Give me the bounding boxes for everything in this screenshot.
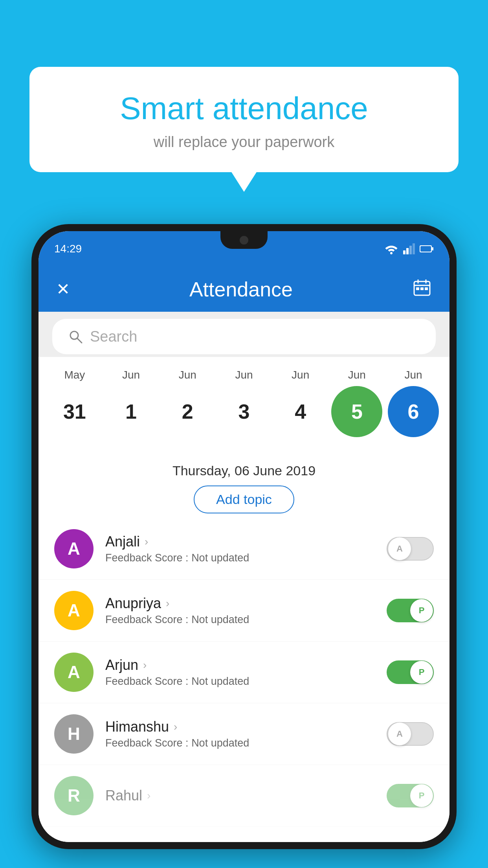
- student-item-extra[interactable]: R Rahul › P: [39, 765, 449, 827]
- svg-rect-11: [416, 287, 419, 290]
- avatar-anjali: A: [54, 529, 94, 568]
- cal-date-4[interactable]: 4: [275, 386, 326, 437]
- svg-rect-12: [420, 287, 424, 290]
- svg-rect-1: [406, 248, 409, 254]
- student-item-anupriya[interactable]: A Anupriya › Feedback Score : Not update…: [39, 580, 449, 642]
- student-name-anjali: Anjali ›: [105, 533, 375, 550]
- svg-rect-13: [425, 287, 428, 290]
- student-feedback-anjali: Feedback Score : Not updated: [105, 552, 375, 564]
- search-container: Search: [39, 312, 449, 361]
- calendar-strip: May Jun Jun Jun Jun Jun Jun 31 1 2 3 4 5…: [39, 357, 449, 445]
- notch-cutout: [220, 231, 268, 249]
- calendar-dates: 31 1 2 3 4 5 6: [46, 386, 442, 437]
- student-item-himanshu[interactable]: H Himanshu › Feedback Score : Not update…: [39, 703, 449, 765]
- student-feedback-himanshu: Feedback Score : Not updated: [105, 737, 375, 749]
- battery-icon: [420, 245, 434, 253]
- app-header: ✕ Attendance: [39, 267, 449, 312]
- toggle-anupriya[interactable]: P: [387, 599, 434, 622]
- bubble-subtitle: will replace your paperwork: [49, 134, 439, 151]
- status-icons: [384, 243, 434, 254]
- toggle-himanshu[interactable]: A: [387, 722, 434, 746]
- month-6: Jun: [388, 369, 439, 381]
- cal-date-3[interactable]: 3: [218, 386, 270, 437]
- cal-date-31[interactable]: 31: [49, 386, 100, 437]
- speech-bubble: Smart attendance will replace your paper…: [29, 67, 459, 172]
- student-info-anupriya: Anupriya › Feedback Score : Not updated: [105, 595, 375, 626]
- toggle-knob-arjun: P: [410, 661, 433, 684]
- toggle-knob-anjali: A: [388, 537, 411, 560]
- close-button[interactable]: ✕: [56, 280, 70, 299]
- toggle-knob-himanshu: A: [388, 723, 411, 745]
- month-1: Jun: [106, 369, 157, 381]
- status-time: 14:29: [54, 243, 82, 255]
- chevron-icon-himanshu: ›: [174, 721, 177, 733]
- student-info-anjali: Anjali › Feedback Score : Not updated: [105, 533, 375, 564]
- chevron-icon-arjun: ›: [143, 659, 147, 671]
- student-name-extra: Rahul ›: [105, 787, 375, 804]
- month-2: Jun: [162, 369, 213, 381]
- cal-date-2[interactable]: 2: [162, 386, 213, 437]
- svg-rect-3: [413, 243, 415, 254]
- selected-date: Thursday, 06 June 2019: [50, 463, 438, 478]
- student-item-anjali[interactable]: A Anjali › Feedback Score : Not updated …: [39, 518, 449, 580]
- toggle-extra[interactable]: P: [387, 784, 434, 807]
- student-name-anupriya: Anupriya ›: [105, 595, 375, 612]
- search-placeholder: Search: [90, 328, 137, 345]
- student-feedback-anupriya: Feedback Score : Not updated: [105, 614, 375, 626]
- camera-dot: [240, 236, 248, 245]
- avatar-anupriya: A: [54, 591, 94, 630]
- phone-outer: 14:29: [31, 224, 457, 849]
- avatar-arjun: A: [54, 653, 94, 692]
- student-name-himanshu: Himanshu ›: [105, 719, 375, 735]
- search-icon: [68, 329, 83, 344]
- cal-date-1[interactable]: 1: [106, 386, 157, 437]
- search-bar[interactable]: Search: [52, 319, 436, 354]
- status-bar: 14:29: [39, 231, 449, 267]
- calendar-icon[interactable]: [412, 278, 432, 301]
- student-name-arjun: Arjun ›: [105, 657, 375, 673]
- chevron-icon-anupriya: ›: [166, 597, 169, 610]
- toggle-anjali[interactable]: A: [387, 537, 434, 561]
- signal-icon: [403, 243, 415, 254]
- toggle-arjun[interactable]: P: [387, 660, 434, 684]
- toggle-knob-extra: P: [410, 784, 433, 807]
- month-0: May: [49, 369, 100, 381]
- svg-rect-6: [420, 246, 431, 252]
- header-title: Attendance: [189, 278, 293, 301]
- student-list: A Anjali › Feedback Score : Not updated …: [39, 518, 449, 842]
- phone-wrapper: 14:29: [31, 224, 457, 868]
- student-info-himanshu: Himanshu › Feedback Score : Not updated: [105, 719, 375, 749]
- month-4: Jun: [275, 369, 326, 381]
- add-topic-button[interactable]: Add topic: [194, 485, 294, 513]
- phone-screen: 14:29: [39, 231, 449, 842]
- month-5: Jun: [331, 369, 382, 381]
- student-info-extra: Rahul ›: [105, 787, 375, 804]
- student-item-arjun[interactable]: A Arjun › Feedback Score : Not updated P: [39, 642, 449, 703]
- avatar-extra: R: [54, 776, 94, 815]
- month-3: Jun: [218, 369, 270, 381]
- cal-date-6[interactable]: 6: [388, 386, 439, 437]
- chevron-icon-anjali: ›: [145, 535, 148, 548]
- svg-rect-5: [432, 247, 433, 250]
- svg-line-15: [77, 338, 82, 343]
- student-feedback-arjun: Feedback Score : Not updated: [105, 675, 375, 688]
- wifi-icon: [384, 243, 398, 254]
- chevron-icon-extra: ›: [147, 789, 150, 802]
- toggle-knob-anupriya: P: [410, 599, 433, 622]
- bubble-title: Smart attendance: [49, 90, 439, 127]
- svg-rect-2: [409, 246, 412, 254]
- calendar-months: May Jun Jun Jun Jun Jun Jun: [46, 369, 442, 381]
- student-info-arjun: Arjun › Feedback Score : Not updated: [105, 657, 375, 688]
- svg-rect-0: [403, 250, 405, 254]
- avatar-himanshu: H: [54, 714, 94, 754]
- cal-date-5[interactable]: 5: [331, 386, 382, 437]
